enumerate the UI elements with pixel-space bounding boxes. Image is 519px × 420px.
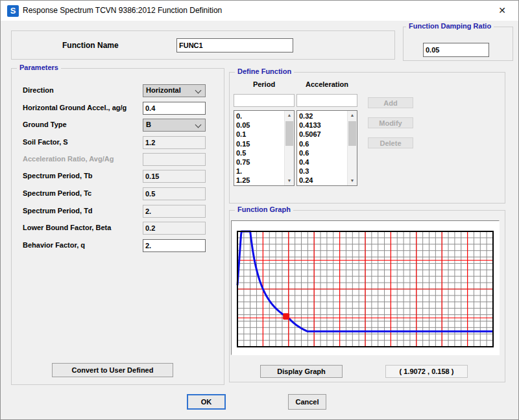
function-graph-canvas[interactable] bbox=[231, 220, 500, 355]
scrollbar-thumb[interactable] bbox=[285, 121, 293, 146]
behavior-q-label: Behavior Factor, q bbox=[23, 241, 85, 249]
delete-button[interactable]: Delete bbox=[368, 137, 413, 148]
behavior-q-input[interactable] bbox=[143, 239, 206, 252]
cancel-button[interactable]: Cancel bbox=[288, 394, 326, 410]
damping-group-title: Function Damping Ratio bbox=[406, 22, 494, 30]
function-name-label: Function Name bbox=[62, 41, 119, 50]
parameters-group: Parameters Direction Horizontal Horizont… bbox=[11, 68, 224, 385]
app-icon: S bbox=[7, 5, 19, 17]
ground-accel-label: Horizontal Ground Accel., ag/g bbox=[23, 104, 127, 111]
function-graph-group-title: Function Graph bbox=[235, 205, 293, 213]
list-item[interactable]: 1.25 bbox=[234, 176, 284, 185]
direction-value: Horizontal bbox=[146, 86, 181, 94]
accel-ratio-field bbox=[143, 153, 206, 166]
list-item[interactable]: 0.05 bbox=[234, 121, 284, 130]
param-row-beta: Lower Bound Factor, Beta bbox=[12, 222, 224, 235]
define-function-group: Define Function Period Acceleration 0.0.… bbox=[229, 72, 505, 204]
direction-select[interactable]: Horizontal bbox=[143, 84, 206, 97]
define-function-group-title: Define Function bbox=[235, 67, 294, 75]
beta-label: Lower Bound Factor, Beta bbox=[23, 224, 111, 231]
param-row-ground-type: Ground Type B bbox=[12, 119, 224, 132]
function-graph-group: Function Graph Display Graph ( 1.9072 , … bbox=[229, 210, 505, 382]
period-list[interactable]: 0.0.050.10.150.50.751.1.25 ▲ ▼ bbox=[234, 110, 295, 186]
function-name-input[interactable] bbox=[176, 38, 293, 52]
list-item[interactable]: 0.5 bbox=[234, 148, 284, 158]
ground-type-select[interactable]: B bbox=[143, 119, 206, 132]
convert-to-user-defined-button[interactable]: Convert to User Defined bbox=[52, 363, 173, 377]
param-row-direction: Direction Horizontal bbox=[12, 84, 224, 97]
chevron-down-icon bbox=[195, 88, 202, 94]
spectrum-tc-field bbox=[143, 187, 206, 200]
list-item[interactable]: 0.24 bbox=[297, 176, 347, 185]
title-bar[interactable]: S Response Spectrum TCVN 9386:2012 Funct… bbox=[1, 1, 518, 21]
list-item[interactable]: 0.5067 bbox=[297, 130, 347, 139]
list-item[interactable]: 0.1 bbox=[234, 130, 284, 139]
acceleration-input[interactable] bbox=[296, 94, 357, 107]
modify-button[interactable]: Modify bbox=[368, 117, 413, 128]
param-row-q: Behavior Factor, q bbox=[12, 239, 224, 252]
list-item[interactable]: 0.4 bbox=[297, 158, 347, 167]
list-item[interactable]: 0.32 bbox=[297, 111, 347, 121]
ok-button[interactable]: OK bbox=[187, 394, 226, 410]
scroll-up-icon[interactable]: ▲ bbox=[348, 111, 357, 120]
acceleration-header: Acceleration bbox=[296, 80, 357, 88]
period-header: Period bbox=[234, 80, 295, 88]
ground-accel-input[interactable] bbox=[143, 102, 206, 115]
function-name-group: Function Name bbox=[11, 30, 395, 60]
list-item[interactable]: 0.6 bbox=[297, 148, 347, 158]
list-item[interactable]: 0. bbox=[234, 111, 284, 121]
list-item[interactable]: 0.4133 bbox=[297, 121, 347, 130]
display-graph-button[interactable]: Display Graph bbox=[260, 365, 343, 378]
scroll-up-icon[interactable]: ▲ bbox=[285, 111, 294, 120]
close-icon[interactable]: ✕ bbox=[490, 2, 514, 19]
spectrum-tb-label: Spectrum Period, Tb bbox=[23, 172, 93, 180]
soil-factor-label: Soil Factor, S bbox=[23, 138, 68, 146]
ground-type-value: B bbox=[146, 121, 151, 128]
spectrum-td-label: Spectrum Period, Td bbox=[23, 207, 93, 215]
direction-label: Direction bbox=[23, 86, 54, 94]
param-row-tc: Spectrum Period, Tc bbox=[12, 187, 224, 200]
spectrum-tc-label: Spectrum Period, Tc bbox=[23, 189, 91, 197]
list-item[interactable]: 0.6 bbox=[297, 139, 347, 148]
chevron-down-icon bbox=[195, 122, 202, 128]
add-button[interactable]: Add bbox=[368, 97, 413, 108]
param-row-td: Spectrum Period, Td bbox=[12, 205, 224, 218]
acceleration-list[interactable]: 0.320.41330.50670.60.60.40.30.24 ▲ ▼ bbox=[296, 110, 357, 186]
damping-ratio-input[interactable] bbox=[423, 43, 489, 57]
list-item[interactable]: 0.3 bbox=[297, 167, 347, 176]
spectrum-tb-field bbox=[143, 170, 206, 183]
list-item[interactable]: 0.15 bbox=[234, 139, 284, 148]
list-item[interactable]: 1. bbox=[234, 167, 284, 176]
ground-type-label: Ground Type bbox=[23, 121, 67, 128]
dialog-window: S Response Spectrum TCVN 9386:2012 Funct… bbox=[0, 0, 519, 420]
function-graph-plot[interactable] bbox=[232, 221, 499, 355]
param-row-accel-ratio: Acceleration Ratio, Avg/Ag bbox=[12, 153, 224, 166]
scroll-down-icon[interactable]: ▼ bbox=[348, 176, 357, 185]
soil-factor-field bbox=[143, 136, 206, 149]
param-row-soil-factor: Soil Factor, S bbox=[12, 136, 224, 149]
beta-field bbox=[143, 222, 206, 235]
spectrum-td-field bbox=[143, 205, 206, 218]
param-row-ground-accel: Horizontal Ground Accel., ag/g bbox=[12, 102, 224, 115]
accel-ratio-label: Acceleration Ratio, Avg/Ag bbox=[23, 155, 114, 163]
period-input[interactable] bbox=[234, 94, 295, 107]
period-list-scrollbar[interactable]: ▲ ▼ bbox=[284, 111, 294, 185]
parameters-group-title: Parameters bbox=[17, 64, 61, 71]
scroll-down-icon[interactable]: ▼ bbox=[285, 176, 294, 185]
cursor-coordinate-readout: ( 1.9072 , 0.158 ) bbox=[385, 365, 468, 378]
list-item[interactable]: 0.75 bbox=[234, 158, 284, 167]
param-row-tb: Spectrum Period, Tb bbox=[12, 170, 224, 183]
scrollbar-thumb[interactable] bbox=[348, 121, 356, 146]
acceleration-list-scrollbar[interactable]: ▲ ▼ bbox=[347, 111, 357, 185]
damping-group: Function Damping Ratio bbox=[403, 27, 513, 61]
window-title: Response Spectrum TCVN 9386:2012 Functio… bbox=[23, 1, 222, 21]
